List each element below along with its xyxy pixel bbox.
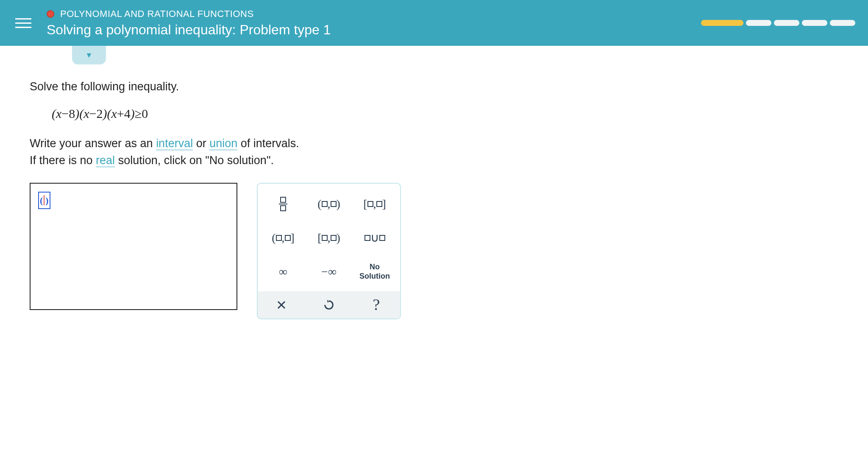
- open-open-interval-key[interactable]: (,): [308, 189, 350, 219]
- menu-button[interactable]: [0, 0, 47, 46]
- progress-bar: [701, 20, 855, 26]
- infinity-key[interactable]: ∞: [262, 257, 304, 287]
- clear-key[interactable]: [258, 291, 305, 319]
- progress-segment: [830, 20, 855, 26]
- progress-segment: [701, 20, 743, 26]
- real-link[interactable]: real: [96, 154, 115, 167]
- undo-key[interactable]: [305, 291, 353, 319]
- union-key[interactable]: ∪: [353, 223, 396, 253]
- hamburger-icon: [15, 15, 31, 31]
- instruction-text: Solve the following inequality.: [30, 78, 838, 95]
- keypad: (,) [,] (,] [,) ∪ ∞ −∞ NoSolution: [257, 183, 401, 319]
- hint-line-1: Write your answer as an interval or unio…: [30, 135, 838, 152]
- fraction-key[interactable]: [262, 189, 304, 219]
- closed-open-interval-key[interactable]: [,): [308, 223, 350, 253]
- close-icon: [276, 300, 287, 310]
- page-title: Solving a polynomial inequality: Problem…: [47, 22, 701, 38]
- no-solution-key[interactable]: NoSolution: [353, 257, 396, 287]
- breadcrumb-text: POLYNOMIAL AND RATIONAL FUNCTIONS: [60, 8, 254, 20]
- help-key[interactable]: ?: [353, 291, 400, 319]
- dropdown-tab[interactable]: [72, 46, 106, 64]
- status-dot-icon: [47, 10, 54, 18]
- breadcrumb: POLYNOMIAL AND RATIONAL FUNCTIONS: [47, 8, 701, 20]
- hint-line-2: If there is no real solution, click on "…: [30, 152, 838, 169]
- math-expression: (x−8)(x−2)(x+4)≥0: [52, 104, 838, 123]
- closed-closed-interval-key[interactable]: [,]: [353, 189, 396, 219]
- progress-segment: [774, 20, 799, 26]
- header-titles: POLYNOMIAL AND RATIONAL FUNCTIONS Solvin…: [47, 8, 701, 38]
- progress-segment: [802, 20, 827, 26]
- answer-input[interactable]: (): [30, 183, 237, 310]
- cursor-icon: (): [38, 192, 50, 209]
- union-link[interactable]: union: [209, 137, 237, 150]
- undo-icon: [323, 299, 335, 311]
- progress-segment: [746, 20, 771, 26]
- interval-link[interactable]: interval: [156, 137, 193, 150]
- open-closed-interval-key[interactable]: (,]: [262, 223, 304, 253]
- neg-infinity-key[interactable]: −∞: [308, 257, 350, 287]
- problem-area: Solve the following inequality. (x−8)(x−…: [30, 46, 838, 319]
- app-header: POLYNOMIAL AND RATIONAL FUNCTIONS Solvin…: [0, 0, 868, 46]
